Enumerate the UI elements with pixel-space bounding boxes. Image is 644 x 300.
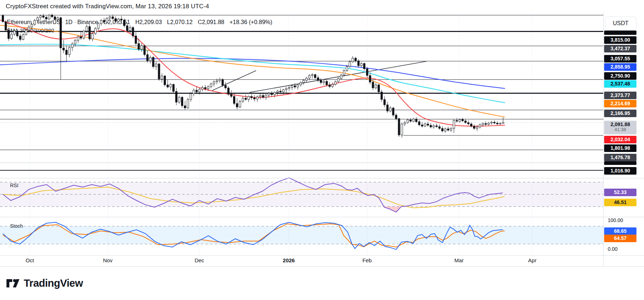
stoch-value-label: 68.65 <box>604 227 636 235</box>
time-axis-label: Apr <box>528 257 536 263</box>
time-axis-label: 2026 <box>283 257 295 263</box>
price-scale-label: 3,057.55 <box>604 55 636 63</box>
time-axis-label: Mar <box>454 257 464 263</box>
price-scale-label: 2,373.77 <box>604 92 636 99</box>
price-scale-label: 2,537.48 <box>604 80 636 88</box>
clipped-label <box>604 161 636 165</box>
usdt-currency-button[interactable]: USDT <box>605 17 636 30</box>
price-scale-label: 2,091.8841:38 <box>604 121 636 134</box>
price-scale-label: 2,032.04 <box>604 136 636 143</box>
time-axis-label: Feb <box>362 257 372 263</box>
price-scale-label: 1,801.98 <box>604 144 636 152</box>
price-scale-label: 3,815.00 <box>604 36 636 44</box>
stoch-axis-top: 100.00 <box>608 217 623 223</box>
price-scale-label: 1,016.90 <box>604 167 636 175</box>
price-scale-label: 2,858.95 <box>604 63 636 71</box>
stoch-value-label: 64.57 <box>604 235 636 242</box>
price-scale-label: 1,476.78 <box>604 154 636 161</box>
rsi-value-label: 46.51 <box>604 199 636 206</box>
price-scale-label: 2,166.95 <box>604 110 636 117</box>
rsi-value-label: 52.33 <box>604 189 636 196</box>
time-axis-label: Nov <box>103 257 113 263</box>
chart-canvas[interactable] <box>0 0 644 300</box>
time-axis-label: Oct <box>26 257 34 263</box>
countdown-timer: 41:38 <box>604 127 636 132</box>
time-axis-label: Dec <box>195 257 204 263</box>
clipped-label <box>604 31 636 35</box>
price-scale-label: 3,472.37 <box>604 45 636 52</box>
price-scale-label: 2,214.69 <box>604 100 636 107</box>
stoch-axis-bottom: 0.00 <box>608 246 617 252</box>
page: { "header": {"title": "CryptoFXStreet cr… <box>0 0 644 300</box>
price-scale-label: 2,750.90 <box>604 72 636 80</box>
